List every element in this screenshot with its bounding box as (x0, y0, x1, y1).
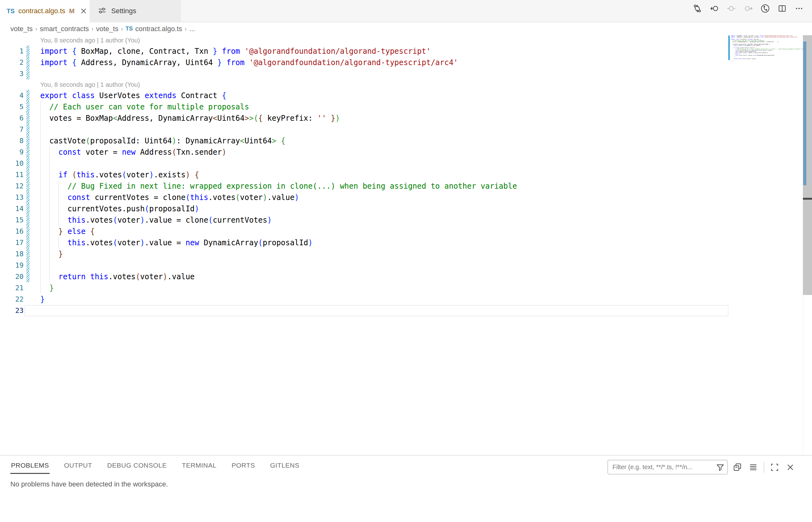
editor-tab-bar: TS contract.algo.ts M Settings (0, 0, 812, 22)
line-number[interactable]: 10 (0, 158, 24, 169)
panel-tab-debug-console[interactable]: DEBUG CONSOLE (106, 457, 167, 474)
gutter-change-indicator[interactable] (26, 135, 29, 146)
line-number[interactable]: 8 (0, 135, 24, 146)
code-line-7[interactable]: 7 (0, 124, 812, 135)
line-number[interactable]: 4 (0, 90, 24, 101)
gutter-change-indicator[interactable] (26, 237, 29, 248)
tab-contract-algo-ts[interactable]: TS contract.algo.ts M (0, 0, 89, 22)
code-line-1[interactable]: 1import { BoxMap, clone, Contract, Txn }… (0, 46, 812, 57)
line-number[interactable]: 22 (0, 294, 24, 305)
code-line-5[interactable]: 5 // Each user can vote for multiple pro… (0, 101, 812, 113)
line-number[interactable]: 15 (0, 215, 24, 226)
line-number[interactable]: 1 (0, 46, 24, 57)
tab-title: Settings (111, 7, 137, 15)
panel-tab-terminal[interactable]: TERMINAL (181, 457, 217, 474)
line-number[interactable]: 6 (0, 113, 24, 124)
gutter-change-indicator[interactable] (26, 146, 29, 158)
gutter-change-indicator[interactable] (26, 203, 29, 215)
minimap[interactable]: import { BoxMap, clone, Contract, Txn } … (728, 35, 803, 67)
more-actions-icon[interactable] (794, 3, 805, 14)
code-line-18[interactable]: 18 } (0, 248, 812, 260)
view-as-table-icon[interactable] (732, 462, 743, 473)
line-number[interactable]: 17 (0, 237, 24, 248)
gutter-change-indicator[interactable] (26, 57, 29, 68)
breadcrumb-segment[interactable]: smart_contracts (40, 25, 89, 33)
gutter-change-indicator[interactable] (26, 46, 29, 57)
line-number[interactable]: 16 (0, 226, 24, 237)
filter-funnel-icon[interactable] (716, 463, 725, 472)
gitlens-open-changes-icon[interactable] (692, 3, 703, 14)
line-number[interactable]: 23 (0, 305, 24, 316)
code-line-14[interactable]: 14 currentVotes.push(proposalId) (0, 203, 812, 215)
gutter-change-indicator[interactable] (26, 181, 29, 192)
split-editor-icon[interactable] (777, 3, 788, 14)
code-line-15[interactable]: 15 this.votes(voter).value = clone(curre… (0, 215, 812, 226)
problems-empty-message: No problems have been detected in the wo… (11, 480, 168, 488)
code-line-3[interactable]: 3 (0, 68, 812, 80)
breadcrumb-segment[interactable]: vote_ts (11, 25, 33, 33)
code-line-12[interactable]: 12 // Bug Fixed in next line: wrapped ex… (0, 181, 812, 192)
line-number[interactable]: 3 (0, 68, 24, 80)
view-as-tree-icon[interactable] (748, 462, 758, 473)
code-line-9[interactable]: 9 const voter = new Address(Txn.sender) (0, 146, 812, 158)
code-line-4[interactable]: 4export class UserVotes extends Contract… (0, 90, 812, 101)
problems-filter-input[interactable] (612, 463, 716, 471)
close-panel-icon[interactable] (785, 462, 796, 473)
go-back-change-icon[interactable] (709, 3, 720, 14)
previous-change-icon[interactable] (726, 3, 736, 14)
code-line-20[interactable]: 20 return this.votes(voter).value (0, 271, 812, 282)
line-number[interactable]: 18 (0, 248, 24, 260)
code-line-22[interactable]: 22} (0, 294, 812, 305)
line-number[interactable]: 20 (0, 271, 24, 282)
close-tab-icon[interactable] (79, 6, 88, 16)
breadcrumb-more[interactable]: ... (189, 25, 195, 33)
code-line-10[interactable]: 10 (0, 158, 812, 169)
tab-settings[interactable]: Settings (90, 0, 181, 22)
maximize-panel-icon[interactable] (769, 462, 780, 473)
code-line-8[interactable]: 8 castVote(proposalId: Uint64): DynamicA… (0, 135, 812, 146)
gutter-change-indicator[interactable] (26, 101, 29, 113)
gitlens-blame-annotation[interactable]: You, 8 seconds ago | 1 author (You) (0, 80, 812, 90)
gutter-change-indicator[interactable] (26, 158, 29, 169)
gutter-change-indicator[interactable] (26, 113, 29, 124)
line-number[interactable]: 19 (0, 260, 24, 271)
panel-tab-gitlens[interactable]: GITLENS (269, 457, 300, 474)
code-line-17[interactable]: 17 this.votes(voter).value = new Dynamic… (0, 237, 812, 248)
line-number[interactable]: 12 (0, 181, 24, 192)
code-line-6[interactable]: 6 votes = BoxMap<Address, DynamicArray<U… (0, 113, 812, 124)
gutter-change-indicator[interactable] (26, 124, 29, 135)
code-line-13[interactable]: 13 const currentVotes = clone(this.votes… (0, 192, 812, 203)
code-line-19[interactable]: 19 (0, 260, 812, 271)
line-number[interactable]: 5 (0, 101, 24, 113)
line-number[interactable]: 9 (0, 146, 24, 158)
code-line-23[interactable]: 23 (0, 305, 812, 316)
panel-tab-ports[interactable]: PORTS (231, 457, 255, 474)
gutter-change-indicator[interactable] (26, 248, 29, 260)
next-change-icon[interactable] (743, 3, 753, 14)
line-number[interactable]: 13 (0, 192, 24, 203)
code-editor[interactable]: You, 8 seconds ago | 1 author (You)1impo… (0, 35, 812, 455)
gutter-change-indicator[interactable] (26, 271, 29, 282)
panel-tab-problems[interactable]: PROBLEMS (11, 457, 50, 474)
gutter-change-indicator[interactable] (26, 260, 29, 271)
breadcrumb-file[interactable]: contract.algo.ts (135, 25, 182, 33)
gutter-change-indicator[interactable] (26, 68, 29, 80)
gitlens-blame-annotation[interactable]: You, 8 seconds ago | 1 author (You) (0, 35, 812, 46)
commit-graph-icon[interactable] (760, 3, 771, 14)
line-number[interactable]: 14 (0, 203, 24, 215)
gutter-change-indicator[interactable] (26, 215, 29, 226)
gutter-change-indicator[interactable] (26, 192, 29, 203)
panel-tab-output[interactable]: OUTPUT (63, 457, 93, 474)
gutter-change-indicator[interactable] (26, 90, 29, 101)
code-line-2[interactable]: 2import { Address, DynamicArray, Uint64 … (0, 57, 812, 68)
line-number[interactable]: 7 (0, 124, 24, 135)
code-line-21[interactable]: 21 } (0, 282, 812, 294)
gutter-change-indicator[interactable] (26, 169, 29, 181)
line-number[interactable]: 2 (0, 57, 24, 68)
breadcrumb-segment[interactable]: vote_ts (96, 25, 119, 33)
code-line-11[interactable]: 11 if (this.votes(voter).exists) { (0, 169, 812, 181)
line-number[interactable]: 11 (0, 169, 24, 181)
code-line-16[interactable]: 16 } else { (0, 226, 812, 237)
line-number[interactable]: 21 (0, 282, 24, 294)
gutter-change-indicator[interactable] (26, 226, 29, 237)
